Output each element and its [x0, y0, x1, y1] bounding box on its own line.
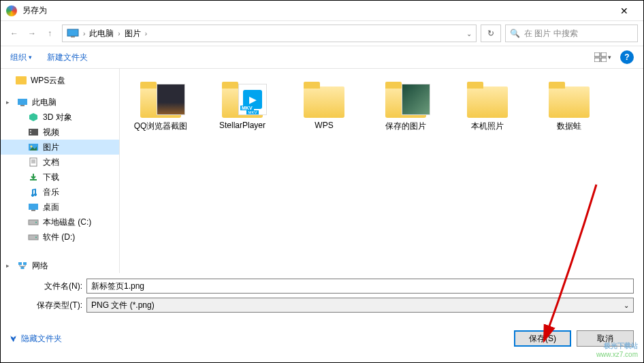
chevron-down-icon: ▾ [608, 54, 611, 61]
tree-item-pc[interactable]: ▸此电脑 [1, 95, 119, 110]
svg-rect-10 [30, 130, 31, 131]
save-fields: 文件名(N): 保存类型(T): PNG 文件 (*.png) ⌄ [1, 273, 643, 322]
folder-item[interactable]: 保存的图片 [372, 77, 440, 132]
folder-item[interactable]: 本机照片 [453, 77, 521, 132]
view-mode-button[interactable]: ▾ [593, 50, 612, 65]
chevron-right-icon: › [145, 30, 147, 37]
svg-rect-7 [18, 99, 27, 105]
folder-label: QQ浏览器截图 [134, 121, 188, 132]
expand-icon[interactable]: ▸ [6, 99, 13, 106]
folder-label: 本机照片 [471, 121, 504, 132]
svg-point-24 [35, 237, 37, 238]
navbar: ← → ↑ › 此电脑 › 图片 › ⌄ ↻ 🔍 在 图片 中搜索 [1, 21, 643, 46]
tree-item-doc[interactable]: 文档 [1, 155, 119, 170]
tree-item-label: 桌面 [43, 202, 59, 213]
filetype-select[interactable]: PNG 文件 (*.png) ⌄ [86, 298, 634, 313]
folder-preview [402, 84, 430, 115]
up-button[interactable]: ↑ [42, 25, 58, 42]
filename-input[interactable] [86, 279, 634, 294]
tree-item-label: 本地磁盘 (C:) [43, 217, 91, 228]
folder-icon [463, 77, 512, 118]
tree-item-label: WPS云盘 [31, 75, 65, 86]
refresh-button[interactable]: ↻ [481, 25, 501, 42]
folder-icon: ▶MKV [218, 77, 267, 118]
search-input[interactable]: 🔍 在 图片 中搜索 [505, 25, 638, 42]
footer: ⮟ 隐藏文件夹 保存(S) 取消 [1, 322, 643, 355]
new-folder-button[interactable]: 新建文件夹 [47, 52, 88, 63]
search-icon: 🔍 [510, 29, 520, 38]
cancel-button[interactable]: 取消 [577, 330, 634, 347]
breadcrumb-pc[interactable]: 此电脑 [89, 28, 114, 40]
folder-item[interactable]: WPS [290, 77, 358, 132]
tree-item-net[interactable]: ▸网络 [1, 258, 119, 273]
svg-rect-11 [30, 133, 31, 134]
svg-point-22 [35, 222, 37, 223]
folder-icon [136, 77, 185, 118]
folder-item[interactable]: ▶MKVStellarPlayer [208, 77, 276, 132]
tree-item-3d[interactable]: 3D 对象 [1, 110, 119, 125]
pc-icon [67, 29, 79, 38]
tree-item-desk[interactable]: 桌面 [1, 200, 119, 215]
svg-rect-25 [18, 262, 22, 265]
tree-item-label: 文档 [43, 157, 59, 168]
chevron-right-icon: › [118, 30, 120, 37]
search-placeholder: 在 图片 中搜索 [524, 28, 578, 40]
svg-rect-19 [29, 204, 38, 210]
folder-label: 保存的图片 [385, 121, 426, 132]
folder-icon [381, 77, 430, 118]
save-button[interactable]: 保存(S) [514, 330, 571, 347]
svg-point-13 [31, 146, 33, 148]
organize-menu[interactable]: 组织▾ [10, 52, 32, 63]
tree-item-video[interactable]: 视频 [1, 125, 119, 140]
folder-label: StellarPlayer [219, 121, 265, 130]
expand-icon[interactable]: ▸ [6, 262, 13, 269]
titlebar: 另存为 ✕ [1, 1, 643, 21]
file-list: QQ浏览器截图▶MKVStellarPlayerWPS保存的图片本机照片数据蛙 [120, 69, 643, 273]
tree-item-music[interactable]: 音乐 [1, 185, 119, 200]
svg-rect-18 [30, 179, 37, 180]
folder-label: WPS [315, 121, 333, 130]
tree-item-label: 此电脑 [32, 97, 57, 108]
close-button[interactable]: ✕ [611, 5, 638, 16]
svg-rect-5 [601, 58, 607, 62]
folder-preview: ▶MKV [238, 84, 267, 115]
expand-icon[interactable]: ⮟ [10, 335, 17, 343]
app-icon [6, 5, 17, 16]
folder-item[interactable]: QQ浏览器截图 [127, 77, 195, 132]
forward-button[interactable]: → [24, 25, 40, 42]
svg-rect-14 [30, 158, 37, 166]
svg-rect-9 [29, 129, 38, 136]
folder-label: 数据蛙 [557, 121, 581, 132]
tree-item-label: 软件 (D:) [43, 232, 75, 243]
svg-rect-2 [594, 52, 600, 57]
window-title: 另存为 [22, 5, 611, 16]
tree-item-label: 图片 [43, 142, 59, 153]
address-dropdown[interactable]: ⌄ [466, 30, 472, 37]
address-bar[interactable]: › 此电脑 › 图片 › ⌄ [62, 25, 477, 42]
tree-item-label: 3D 对象 [43, 112, 72, 123]
folder-icon [545, 77, 594, 118]
back-button[interactable]: ← [6, 25, 22, 42]
chevron-down-icon: ⌄ [624, 302, 629, 309]
help-button[interactable]: ? [620, 50, 634, 64]
tree-item-wps[interactable]: WPS云盘 [1, 73, 119, 88]
tree-item-label: 网络 [32, 260, 48, 272]
folder-preview [157, 84, 185, 115]
tree-item-drive[interactable]: 软件 (D:) [1, 230, 119, 244]
breadcrumb-pictures[interactable]: 图片 [125, 28, 141, 40]
toolbar: 组织▾ 新建文件夹 ▾ ? [1, 46, 643, 69]
filetype-label: 保存类型(T): [10, 300, 86, 311]
filename-label: 文件名(N): [10, 281, 86, 292]
svg-rect-4 [594, 58, 600, 62]
tree-item-label: 音乐 [43, 187, 59, 198]
svg-rect-1 [71, 36, 75, 37]
svg-rect-0 [67, 29, 78, 36]
tree-item-drive[interactable]: 本地磁盘 (C:) [1, 215, 119, 230]
folder-item[interactable]: 数据蛙 [535, 77, 603, 132]
svg-rect-26 [23, 262, 27, 265]
hide-folders-link[interactable]: 隐藏文件夹 [21, 333, 62, 345]
svg-rect-6 [16, 76, 27, 84]
tree-item-dl[interactable]: 下载 [1, 170, 119, 185]
tree-item-pic[interactable]: 图片 [1, 140, 119, 155]
tree-item-label: 下载 [43, 172, 59, 183]
